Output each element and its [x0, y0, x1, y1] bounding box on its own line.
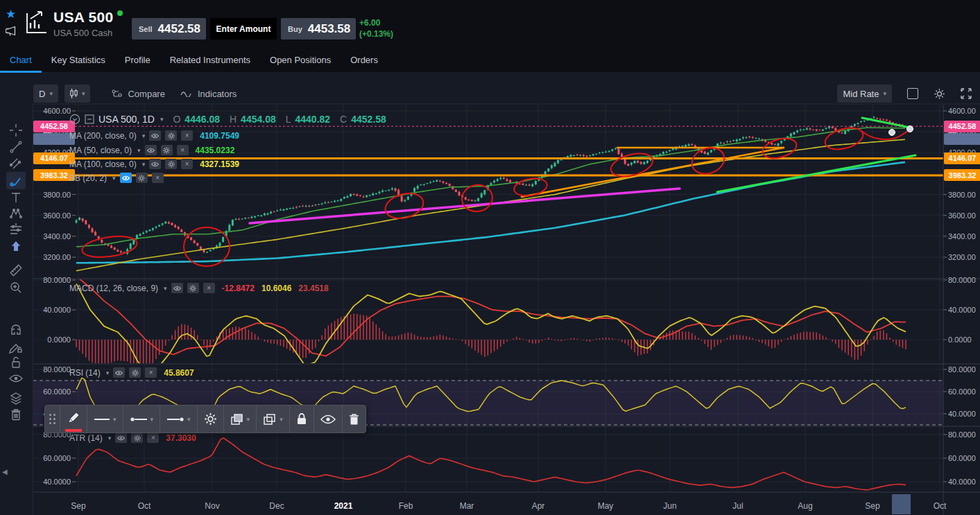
mid-rate-dropdown[interactable]: Mid Rate▾: [837, 85, 892, 103]
lock-button[interactable]: [290, 405, 314, 433]
remove-indicator-button[interactable]: ×: [177, 145, 189, 155]
collapse-sidebar-arrow[interactable]: ◀: [2, 468, 8, 475]
indicator-settings-button[interactable]: [136, 173, 148, 183]
arrow-up-tool[interactable]: [6, 237, 26, 254]
draw-settings-button[interactable]: [198, 405, 224, 433]
toggle-visibility-button[interactable]: [120, 173, 132, 183]
toolbar-drag-handle[interactable]: [45, 405, 60, 433]
compare-icon: [112, 89, 123, 98]
instrument-title: USA 500: [53, 9, 114, 25]
price-tick-label: 80.0000: [35, 365, 71, 374]
remove-objects-tool[interactable]: [6, 390, 26, 407]
time-axis-label: Oct: [138, 501, 151, 511]
toggle-visibility-button[interactable]: [113, 367, 125, 378]
remove-indicator-button[interactable]: ×: [181, 130, 193, 141]
indicator-settings-button[interactable]: [165, 159, 177, 169]
line-end-tool-button[interactable]: ▾: [160, 405, 198, 433]
announcement-icon[interactable]: [6, 25, 21, 40]
chevron-circle-icon[interactable]: [69, 114, 80, 125]
indicators-label: Indicators: [198, 89, 237, 99]
macd-value: 10.6046: [261, 283, 291, 293]
ruler-tool[interactable]: [6, 261, 26, 279]
price-tick-label: 80.0000: [948, 276, 976, 284]
brush-tool-button[interactable]: [60, 405, 87, 433]
indicator-label[interactable]: ATR (14): [69, 433, 103, 443]
legend-main: USA 500, 1D▾ O4446.08 H4454.08 L4440.82 …: [69, 114, 386, 125]
legend-macd: MACD (12, 26, close, 9)▾×-12.847210.6046…: [69, 283, 329, 293]
price-axis-label: 4452.58: [944, 121, 980, 132]
indicator-label[interactable]: MACD (12, 26, close, 9): [69, 283, 158, 293]
parallel-lines-tool[interactable]: [6, 155, 26, 172]
fullscreen-button[interactable]: [961, 88, 972, 99]
indicator-label[interactable]: MA (200, close, 0): [69, 131, 137, 141]
indicator-settings-button[interactable]: [161, 145, 173, 155]
tab-open-positions[interactable]: Open Positions: [260, 49, 341, 73]
magnet-tool[interactable]: [6, 322, 26, 340]
remove-indicator-button[interactable]: ×: [145, 367, 157, 378]
tab-orders[interactable]: Orders: [341, 49, 388, 73]
zoom-in-tool[interactable]: [6, 279, 26, 296]
xabcd-pattern-tool[interactable]: [6, 204, 26, 222]
indicator-settings-button[interactable]: [187, 283, 199, 293]
compare-button[interactable]: Compare: [112, 89, 164, 99]
price-tick-label: 3200.00: [948, 253, 976, 261]
price-tick-label: 4600.00: [35, 107, 71, 115]
buy-button[interactable]: Buy 4453.58: [281, 18, 356, 40]
remove-indicator-button[interactable]: ×: [152, 173, 164, 183]
indicator-label[interactable]: RSI (14): [69, 368, 101, 378]
indicator-label[interactable]: BB (20, 2): [69, 173, 107, 183]
indicator-settings-button[interactable]: [131, 433, 143, 443]
toggle-visibility-button[interactable]: [115, 433, 127, 443]
text-tool[interactable]: [6, 189, 26, 206]
price-axis-label: 4146.07: [944, 152, 980, 164]
interval-dropdown[interactable]: D▾: [33, 85, 58, 103]
toggle-visibility-button[interactable]: [149, 159, 161, 169]
tab-profile[interactable]: Profile: [115, 49, 160, 73]
line-start-tool-button[interactable]: ▾: [123, 405, 161, 433]
tab-related-instruments[interactable]: Related Instruments: [160, 49, 260, 73]
drawing-tools-sidebar: [0, 104, 33, 515]
toggle-visibility-button[interactable]: [171, 283, 183, 293]
header: ★ USA 500 USA 500 Cash Sell 4452.58 Ente…: [0, 0, 980, 49]
brush-tool[interactable]: [6, 172, 26, 189]
unlock-tool[interactable]: [6, 353, 26, 371]
snapshot-button[interactable]: [907, 88, 918, 99]
remove-indicator-button[interactable]: ×: [181, 159, 193, 169]
bring-forward-button[interactable]: ▾: [224, 405, 257, 433]
open-key: O: [173, 114, 180, 125]
enter-amount-button[interactable]: Enter Amount: [210, 18, 277, 40]
macd-hist-value: -12.8472: [222, 283, 255, 293]
trend-line-tool[interactable]: [6, 138, 26, 155]
indicator-label[interactable]: MA (100, close, 0): [69, 159, 137, 169]
indicators-button[interactable]: Indicators: [180, 89, 237, 99]
remove-indicator-button[interactable]: ×: [203, 283, 215, 293]
indicator-settings-button[interactable]: [165, 130, 177, 141]
symbol-interval-label[interactable]: USA 500, 1D: [98, 114, 155, 125]
toggle-visibility-button[interactable]: [149, 130, 161, 141]
price-tick-label: 80.0000: [948, 430, 976, 439]
chart-style-dropdown[interactable]: ▾: [65, 85, 91, 103]
clone-icon: [263, 413, 277, 426]
delete-button[interactable]: [343, 405, 366, 433]
indicator-label[interactable]: MA (50, close, 0): [69, 146, 132, 155]
delete-tool[interactable]: [6, 405, 26, 423]
hide-button[interactable]: [314, 405, 343, 433]
crosshair-tool[interactable]: [6, 121, 26, 139]
hide-drawings-tool[interactable]: [6, 369, 26, 387]
sell-button[interactable]: Sell 4452.58: [132, 18, 206, 40]
buy-price: 4453.58: [308, 22, 350, 36]
line-tool-button[interactable]: ▾: [87, 405, 123, 433]
tab-chart[interactable]: Chart: [0, 49, 42, 73]
remove-indicator-button[interactable]: ×: [147, 433, 159, 443]
legend-ma200: MA (200, close, 0)▾×4109.7549: [69, 130, 239, 141]
toggle-visibility-button[interactable]: [145, 145, 157, 155]
forecast-tool[interactable]: [6, 220, 26, 238]
tab-key-statistics[interactable]: Key Statistics: [42, 49, 115, 73]
settings-button[interactable]: [934, 88, 945, 100]
price-axis-label: 4452.58: [33, 121, 75, 132]
favorite-star-icon[interactable]: ★: [6, 8, 21, 21]
price-tick-label: 3200.00: [35, 253, 71, 261]
indicator-settings-button[interactable]: [129, 367, 141, 378]
clone-button[interactable]: ▾: [257, 405, 290, 433]
collapse-legend-icon[interactable]: [85, 114, 94, 124]
